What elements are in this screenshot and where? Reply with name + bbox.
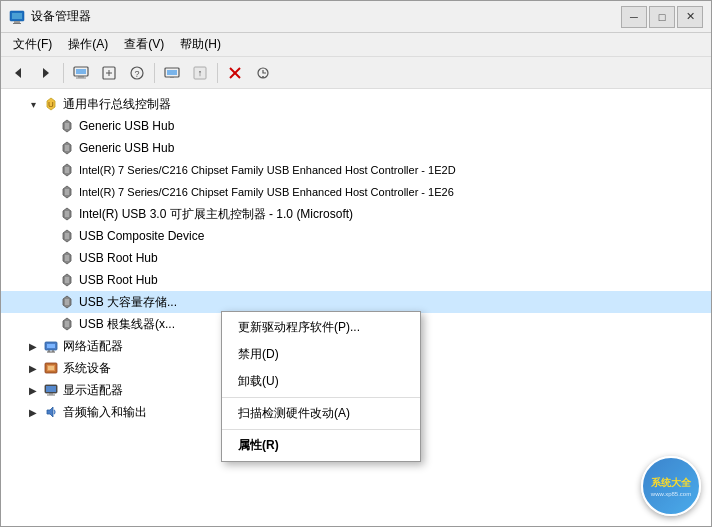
title-bar-left: 设备管理器 xyxy=(9,8,91,25)
usb-root-xhci-label: USB 根集线器(x... xyxy=(77,316,175,333)
watermark-url: www.xp85.com xyxy=(651,491,691,497)
svg-rect-29 xyxy=(65,233,69,239)
ctx-scan-hardware[interactable]: 扫描检测硬件改动(A) xyxy=(222,400,420,427)
computer-button[interactable] xyxy=(68,61,94,85)
intel-usb3-expand-icon xyxy=(41,206,57,222)
uninstall-button[interactable] xyxy=(222,61,248,85)
intel-usb3-node[interactable]: Intel(R) USB 3.0 可扩展主机控制器 - 1.0 (Microso… xyxy=(1,203,711,225)
intel-enhanced-2-expand-icon xyxy=(41,184,57,200)
ctx-disable[interactable]: 禁用(D) xyxy=(222,341,420,368)
svg-rect-17 xyxy=(170,77,174,78)
svg-rect-3 xyxy=(13,23,21,24)
usb-mass-storage-label: USB 大容量存储... xyxy=(77,294,177,311)
svg-rect-1 xyxy=(12,13,22,19)
ctx-properties[interactable]: 属性(R) xyxy=(222,432,420,459)
usb3-icon xyxy=(59,206,75,222)
title-bar-buttons: ─ □ ✕ xyxy=(621,6,703,28)
audio-io-expand-icon[interactable]: ▶ xyxy=(25,404,41,420)
usb-mass-storage-expand-icon xyxy=(41,294,57,310)
usb-root-hub-2-expand-icon xyxy=(41,272,57,288)
usb-enhanced-icon-2 xyxy=(59,184,75,200)
network-adapters-expand-icon[interactable]: ▶ xyxy=(25,338,41,354)
svg-rect-33 xyxy=(65,321,69,327)
usb-composite-icon xyxy=(59,228,75,244)
generic-hub-1-node[interactable]: Generic USB Hub xyxy=(1,115,711,137)
svg-marker-5 xyxy=(43,68,49,78)
usb-controller-icon: U xyxy=(43,96,59,112)
window-icon xyxy=(9,9,25,25)
toolbar-separator-1 xyxy=(63,63,64,83)
ctx-separator-2 xyxy=(222,429,420,430)
minimize-button[interactable]: ─ xyxy=(621,6,647,28)
forward-button[interactable] xyxy=(33,61,59,85)
ctx-separator-1 xyxy=(222,397,420,398)
svg-rect-30 xyxy=(65,255,69,261)
maximize-button[interactable]: □ xyxy=(649,6,675,28)
toolbar-separator-3 xyxy=(217,63,218,83)
intel-enhanced-2-label: Intel(R) 7 Series/C216 Chipset Family US… xyxy=(77,186,454,198)
system-icon xyxy=(43,360,59,376)
menu-file[interactable]: 文件(F) xyxy=(5,34,60,55)
device-manager-window: 设备管理器 ─ □ ✕ 文件(F) 操作(A) 查看(V) 帮助(H) xyxy=(0,0,712,527)
menu-action[interactable]: 操作(A) xyxy=(60,34,116,55)
context-menu: 更新驱动程序软件(P)... 禁用(D) 卸载(U) 扫描检测硬件改动(A) 属… xyxy=(221,311,421,462)
usb-root-hub-2-node[interactable]: USB Root Hub xyxy=(1,269,711,291)
svg-rect-44 xyxy=(49,393,53,395)
svg-rect-16 xyxy=(167,70,177,75)
watermark-logo: 系统大全 xyxy=(651,476,691,490)
usb-mass-storage-node[interactable]: USB 大容量存储... xyxy=(1,291,711,313)
watermark: 系统大全 www.xp85.com xyxy=(641,456,701,516)
usb-root-xhci-icon xyxy=(59,316,75,332)
usb-root-hub-1-expand-icon xyxy=(41,250,57,266)
close-button[interactable]: ✕ xyxy=(677,6,703,28)
generic-hub-1-expand-icon xyxy=(41,118,57,134)
usb-hub-icon-1 xyxy=(59,118,75,134)
audio-icon xyxy=(43,404,59,420)
svg-rect-28 xyxy=(65,211,69,217)
svg-rect-32 xyxy=(65,299,69,305)
display-adapters-expand-icon[interactable]: ▶ xyxy=(25,382,41,398)
intel-enhanced-1-label: Intel(R) 7 Series/C216 Chipset Family US… xyxy=(77,164,456,176)
svg-rect-8 xyxy=(78,76,84,78)
help-toolbar-button[interactable]: ? xyxy=(124,61,150,85)
generic-hub-2-node[interactable]: Generic USB Hub xyxy=(1,137,711,159)
svg-rect-26 xyxy=(65,167,69,173)
ctx-update-driver[interactable]: 更新驱动程序软件(P)... xyxy=(222,314,420,341)
usb-root-xhci-expand-icon xyxy=(41,316,57,332)
usb-controllers-node[interactable]: ▾ U 通用串行总线控制器 xyxy=(1,93,711,115)
back-button[interactable] xyxy=(5,61,31,85)
toolbar: ? ↑ xyxy=(1,57,711,89)
svg-text:?: ? xyxy=(134,69,139,79)
intel-enhanced-1-node[interactable]: Intel(R) 7 Series/C216 Chipset Family US… xyxy=(1,159,711,181)
usb-root-hub-1-node[interactable]: USB Root Hub xyxy=(1,247,711,269)
intel-enhanced-2-node[interactable]: Intel(R) 7 Series/C216 Chipset Family US… xyxy=(1,181,711,203)
svg-rect-43 xyxy=(46,386,56,392)
ctx-uninstall[interactable]: 卸载(U) xyxy=(222,368,420,395)
svg-rect-7 xyxy=(76,69,86,74)
generic-hub-2-label: Generic USB Hub xyxy=(77,141,174,155)
device-button[interactable] xyxy=(96,61,122,85)
usb-controllers-label: 通用串行总线控制器 xyxy=(61,96,171,113)
title-bar: 设备管理器 ─ □ ✕ xyxy=(1,1,711,33)
generic-hub-2-expand-icon xyxy=(41,140,57,156)
usb-composite-node[interactable]: USB Composite Device xyxy=(1,225,711,247)
usb-mass-storage-icon xyxy=(59,294,75,310)
menu-help[interactable]: 帮助(H) xyxy=(172,34,229,55)
menu-view[interactable]: 查看(V) xyxy=(116,34,172,55)
intel-usb3-label: Intel(R) USB 3.0 可扩展主机控制器 - 1.0 (Microso… xyxy=(77,206,353,223)
scan-button[interactable] xyxy=(250,61,276,85)
monitor-button[interactable] xyxy=(159,61,185,85)
toolbar-separator-2 xyxy=(154,63,155,83)
usb-controllers-expand-icon[interactable]: ▾ xyxy=(25,96,41,112)
usb-enhanced-icon-1 xyxy=(59,162,75,178)
system-devices-expand-icon[interactable]: ▶ xyxy=(25,360,41,376)
update-driver-button[interactable]: ↑ xyxy=(187,61,213,85)
svg-rect-27 xyxy=(65,189,69,195)
network-adapters-label: 网络适配器 xyxy=(61,338,123,355)
usb-root-hub-icon-1 xyxy=(59,250,75,266)
svg-rect-45 xyxy=(47,395,55,396)
svg-marker-4 xyxy=(15,68,21,78)
display-adapters-label: 显示适配器 xyxy=(61,382,123,399)
intel-enhanced-1-expand-icon xyxy=(41,162,57,178)
svg-rect-25 xyxy=(65,145,69,151)
